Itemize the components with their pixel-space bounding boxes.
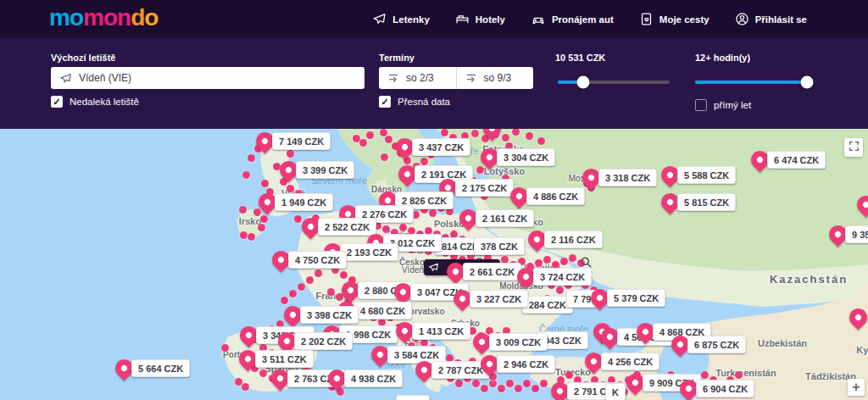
destination-dot[interactable] xyxy=(261,180,269,187)
destination-dot[interactable] xyxy=(248,154,255,162)
origin-input[interactable]: Vídeň (VIE) xyxy=(51,67,364,89)
destination-dot[interactable] xyxy=(481,385,488,392)
price-label[interactable]: K xyxy=(605,383,626,400)
price-slider[interactable] xyxy=(558,81,670,84)
destination-dot[interactable] xyxy=(543,256,551,264)
price-label[interactable] xyxy=(396,395,430,400)
person-icon xyxy=(735,12,749,26)
destination-dot[interactable] xyxy=(242,171,250,179)
nav-item-trips[interactable]: Moje cesty xyxy=(639,12,709,26)
destination-dot[interactable] xyxy=(298,283,305,291)
price-label: 2 161 CZK xyxy=(476,209,534,227)
destination-dot[interactable] xyxy=(399,224,407,231)
destination-dot[interactable] xyxy=(429,209,437,217)
map-label: Kyrgyzstán xyxy=(856,345,868,355)
destination-dot[interactable] xyxy=(385,136,392,143)
destination-dot[interactable] xyxy=(359,139,367,147)
direct-flight-checkbox[interactable]: přímý let xyxy=(695,99,751,111)
destination-dot[interactable] xyxy=(512,129,520,136)
destination-dot[interactable] xyxy=(380,129,387,136)
exact-dates-checkbox[interactable]: ✓ Přesná data xyxy=(379,96,450,108)
destination-dot[interactable] xyxy=(248,233,255,241)
destination-dot[interactable] xyxy=(556,286,564,294)
destination-dot[interactable] xyxy=(366,131,374,139)
destination-dot[interactable] xyxy=(540,380,548,387)
destination-dot[interactable] xyxy=(381,153,388,161)
momondo-logo[interactable]: momondo xyxy=(49,4,158,31)
price-label: 3 398 CZK xyxy=(300,306,359,324)
map-markers-layer: IrskoVelkáDánskoPolskoEstonskoLotyšskoBě… xyxy=(0,129,868,400)
zoom-in-button[interactable]: + xyxy=(848,379,865,396)
price-label: 7 149 CZK xyxy=(272,132,331,150)
nav-item-hotels[interactable]: Hotely xyxy=(455,12,505,26)
calendar-icon xyxy=(465,72,477,84)
destination-dot[interactable] xyxy=(260,215,268,223)
destination-dot[interactable] xyxy=(242,383,249,391)
destination-dot[interactable] xyxy=(353,135,360,142)
destination-dot[interactable] xyxy=(253,208,261,216)
nav-item-flights[interactable]: Letenky xyxy=(372,12,429,26)
destination-dot[interactable] xyxy=(506,380,514,387)
price-label[interactable]: 378 CZK xyxy=(474,237,525,255)
destination-dot[interactable] xyxy=(294,215,302,223)
destination-dot[interactable] xyxy=(535,259,542,267)
nav-item-signin[interactable]: Přihlásit se xyxy=(735,12,807,26)
duration-slider[interactable] xyxy=(695,81,812,84)
depart-date-input[interactable]: so 2/3 xyxy=(379,67,456,89)
destination-dot[interactable] xyxy=(471,130,479,137)
nearby-airports-label: Nedaleká letiště xyxy=(70,97,139,107)
price-label: 3 009 CZK xyxy=(489,333,548,351)
destination-dot[interactable] xyxy=(420,158,428,165)
destination-dot[interactable] xyxy=(382,225,390,233)
map-search-icon[interactable] xyxy=(580,256,593,272)
destination-dot[interactable] xyxy=(472,380,480,387)
map-canvas[interactable]: IrskoVelkáDánskoPolskoEstonskoLotyšskoBě… xyxy=(0,129,868,400)
checkbox-icon xyxy=(695,99,707,111)
destination-dot[interactable] xyxy=(259,369,267,377)
bed-icon xyxy=(455,12,470,26)
destination-dot[interactable] xyxy=(476,166,484,174)
destination-dot[interactable] xyxy=(531,385,539,392)
return-date-input[interactable]: so 9/3 xyxy=(456,67,534,89)
nearby-airports-checkbox[interactable]: ✓ Nedaleká letiště xyxy=(51,96,139,108)
nav-item-cars[interactable]: Pronájem aut xyxy=(531,12,614,26)
destination-dot[interactable] xyxy=(701,371,709,379)
destination-dot[interactable] xyxy=(287,150,294,158)
destination-dot[interactable] xyxy=(441,129,448,136)
destination-dot[interactable] xyxy=(455,380,463,387)
destination-dot[interactable] xyxy=(306,276,314,284)
origin-value: Vídeň (VIE) xyxy=(79,72,131,84)
destination-dot[interactable] xyxy=(498,385,505,392)
destination-dot[interactable] xyxy=(515,385,522,392)
price-label: 3 304 CZK xyxy=(497,148,555,166)
destination-dot[interactable] xyxy=(560,258,568,265)
destination-dot[interactable] xyxy=(327,288,335,296)
destination-dot[interactable] xyxy=(281,297,288,304)
destination-dot[interactable] xyxy=(239,206,247,214)
destination-dot[interactable] xyxy=(340,271,348,279)
destination-dot[interactable] xyxy=(526,132,533,140)
destination-dot[interactable] xyxy=(523,380,531,387)
destination-dot[interactable] xyxy=(258,224,265,231)
car-icon xyxy=(531,12,546,26)
destination-dot[interactable] xyxy=(314,269,322,277)
logo-letter: o xyxy=(70,4,83,31)
destination-dot[interactable] xyxy=(289,290,297,297)
price-label: 2 661 CZK xyxy=(463,263,521,281)
destination-dot[interactable] xyxy=(537,137,545,145)
price-label: 3 399 CZK xyxy=(296,161,354,179)
duration-slider-thumb[interactable] xyxy=(801,76,814,89)
destination-dot[interactable] xyxy=(502,134,509,142)
fullscreen-button[interactable] xyxy=(844,138,863,157)
price-slider-label: 10 531 CZK xyxy=(555,53,605,63)
destination-dot[interactable] xyxy=(489,380,497,387)
destination-dot[interactable] xyxy=(240,231,248,239)
logo-letter: d xyxy=(131,4,144,31)
destination-dot[interactable] xyxy=(735,371,743,379)
destination-dot[interactable] xyxy=(221,344,229,352)
destination-dot[interactable] xyxy=(287,185,294,192)
destination-dot[interactable] xyxy=(565,371,573,379)
price-slider-thumb[interactable] xyxy=(577,76,590,89)
destination-dot[interactable] xyxy=(569,254,576,262)
destination-dot[interactable] xyxy=(235,378,242,386)
